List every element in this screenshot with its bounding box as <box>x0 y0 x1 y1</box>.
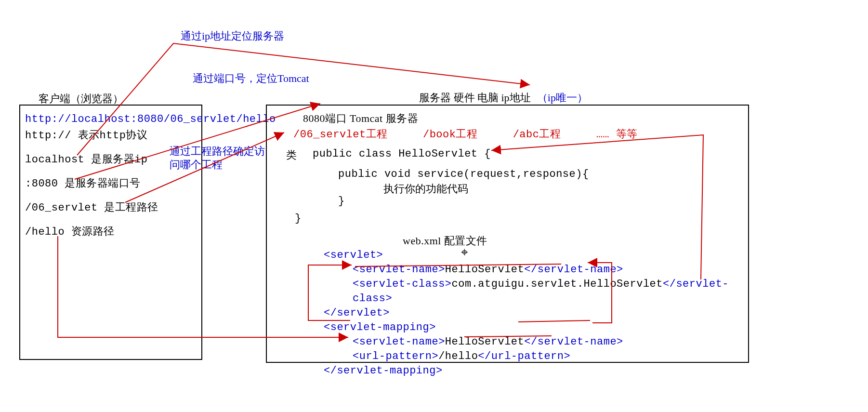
projects-row: /06_servlet工程 /book工程 /abc工程 …… 等等 <box>293 127 638 141</box>
label-path: 通过工程路径确定访问哪个工程 <box>170 145 266 172</box>
code-l5: } <box>295 213 302 225</box>
xml-l3-text: com.atguigu.servlet.HelloServlet <box>452 278 663 290</box>
xml-l7: <url-pattern>/hello</url-pattern> <box>324 349 748 364</box>
code-l1: public class HelloServlet { <box>313 148 491 160</box>
client-l1: http:// 表示http协议 <box>25 128 147 142</box>
code-l3: 执行你的功能代码 <box>383 182 468 196</box>
xml-l6-open: <servlet-name> <box>353 336 445 348</box>
server-title-blue: （ip唯一） <box>537 92 588 104</box>
code-l2: public void service(request,response){ <box>338 168 589 180</box>
xml-l6-close: </servlet-name> <box>524 336 623 348</box>
xml-l7-open: <url-pattern> <box>353 350 438 362</box>
xml-l3-open: <servlet-class> <box>353 278 452 290</box>
code-l4: } <box>338 195 345 207</box>
server-title: 服务器 硬件 电脑 ip地址 （ip唯一） <box>419 91 588 105</box>
project-2: /book工程 <box>423 129 478 141</box>
label-ip: 通过ip地址定位服务器 <box>181 29 284 43</box>
xml-l4: </servlet> <box>324 306 748 320</box>
xml-l2-close: </servlet-name> <box>524 264 623 276</box>
xml-l6-text: HelloServlet <box>445 336 524 348</box>
client-box: http://localhost:8080/06_servlet/hello h… <box>19 105 202 360</box>
client-l4: /06_servlet 是工程路径 <box>25 200 158 214</box>
xml-l2: <servlet-name>HelloServlet</servlet-name… <box>324 263 748 277</box>
server-port-line: 8080端口 Tomcat 服务器 <box>303 111 418 126</box>
project-3: /abc工程 <box>513 129 561 141</box>
xml-l5: <servlet-mapping> <box>324 320 748 335</box>
server-title-black: 服务器 硬件 电脑 ip地址 <box>419 92 531 104</box>
xml-l8: </servlet-mapping> <box>324 364 748 378</box>
server-box: 8080端口 Tomcat 服务器 /06_servlet工程 /book工程 … <box>266 105 749 363</box>
label-port: 通过端口号，定位Tomcat <box>193 71 309 86</box>
project-4: …… 等等 <box>596 129 638 141</box>
xml-l2-text: HelloServlet <box>445 264 524 276</box>
client-l5: /hello 资源路径 <box>25 224 115 239</box>
client-l2: localhost 是服务器ip <box>25 152 147 166</box>
project-1: /06_servlet工程 <box>293 129 388 141</box>
xml-l2-open: <servlet-name> <box>353 264 445 276</box>
xml-l7-close: </url-pattern> <box>478 350 570 362</box>
class-label: 类 <box>286 148 297 162</box>
xml-l1: <servlet> <box>324 248 748 263</box>
client-l3: :8080 是服务器端口号 <box>25 176 141 190</box>
webxml-title: web.xml 配置文件 <box>403 234 487 248</box>
client-title: 客户端（浏览器） <box>39 92 123 106</box>
client-url: http://localhost:8080/06_servlet/hello <box>25 113 276 125</box>
xml-block: <servlet> <servlet-name>HelloServlet</se… <box>324 248 748 378</box>
xml-l6: <servlet-name>HelloServlet</servlet-name… <box>324 335 748 349</box>
xml-l7-text: /hello <box>438 350 478 362</box>
crosshair-icon: ⌖ <box>461 247 468 259</box>
xml-l3: <servlet-class>com.atguigu.servlet.Hello… <box>324 277 748 306</box>
